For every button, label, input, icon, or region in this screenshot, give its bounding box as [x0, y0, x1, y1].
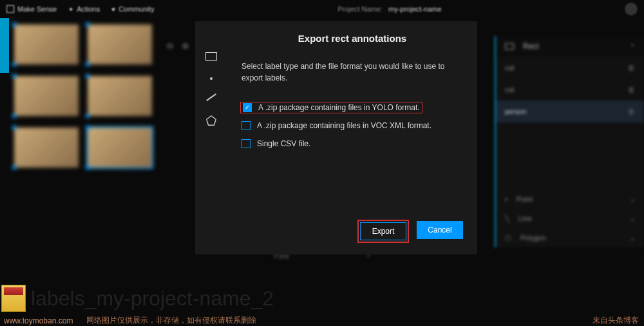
- export-button[interactable]: Export: [360, 222, 406, 240]
- checkbox-checked-icon[interactable]: [243, 103, 252, 112]
- watermark: www.toymoban.com: [4, 316, 73, 325]
- export-option-yolo[interactable]: A .zip package containing files in YOLO …: [242, 103, 421, 112]
- thumbnail[interactable]: [88, 24, 152, 64]
- watermark: 网络图片仅供展示，非存储，如有侵权请联系删除: [86, 315, 256, 326]
- modal-title: Export rect annotations: [242, 33, 463, 44]
- zoom-in-icon[interactable]: ⊕: [182, 41, 189, 51]
- polygon-icon: ⬠: [505, 234, 511, 242]
- thumbnail[interactable]: [14, 128, 79, 168]
- rect-icon: [505, 43, 514, 50]
- image-gallery: [0, 18, 161, 263]
- modal-sidebar: [195, 21, 227, 254]
- images-tab[interactable]: [0, 18, 9, 73]
- label-item-active[interactable]: person 🗑: [496, 101, 644, 122]
- downloaded-file: labels_my-project-name_2: [1, 285, 274, 312]
- thumbnail-selected[interactable]: [88, 128, 152, 168]
- chevron-up-icon: ⌃: [630, 43, 635, 50]
- checkbox-icon[interactable]: [242, 139, 251, 148]
- chevron-down-icon: ⌄: [630, 196, 635, 203]
- chevron-down-icon: ⌄: [630, 215, 635, 222]
- thumbnail[interactable]: [14, 24, 79, 64]
- line-icon: ╲: [505, 215, 509, 223]
- export-option-voc[interactable]: A .zip package containing files in VOC X…: [242, 121, 463, 130]
- svg-marker-0: [207, 115, 216, 124]
- modal-description: Select label type and the file format yo…: [242, 61, 463, 84]
- cancel-button[interactable]: Cancel: [417, 221, 463, 239]
- panel-polygon[interactable]: ⬠ Polygon ⌄: [496, 228, 644, 247]
- panel-point[interactable]: • Point ⌄: [496, 189, 644, 209]
- trash-icon[interactable]: 🗑: [628, 86, 635, 93]
- chevron-down-icon: ⌄: [630, 235, 635, 242]
- point-icon: •: [505, 195, 507, 203]
- checkbox-icon[interactable]: [242, 121, 251, 130]
- thumbnail[interactable]: [14, 76, 79, 116]
- file-name: labels_my-project-name_2: [31, 287, 274, 311]
- panel-line[interactable]: ╲ Line ⌄: [496, 209, 644, 228]
- project-name: Project Name: my-project-name: [155, 5, 625, 13]
- trash-icon[interactable]: 🗑: [628, 64, 635, 72]
- menu-community[interactable]: ♥ Community: [111, 5, 155, 13]
- thumbnail[interactable]: [88, 76, 152, 116]
- export-option-csv[interactable]: Single CSV file.: [242, 139, 463, 148]
- label-item[interactable]: cat 🗑: [496, 57, 644, 79]
- line-tool-icon[interactable]: [206, 93, 216, 101]
- labels-panel: Rect ⌃ cat 🗑 cat 🗑 person 🗑 • Point ⌄: [495, 36, 644, 247]
- panel-header-rect[interactable]: Rect ⌃: [496, 36, 644, 57]
- trash-icon[interactable]: 🗑: [628, 108, 635, 115]
- watermark: 来自头条博客: [592, 315, 639, 326]
- label-item[interactable]: cat 🗑: [496, 79, 644, 101]
- brand: Make Sense: [6, 5, 57, 13]
- zip-file-icon: [1, 285, 26, 312]
- menu-actions[interactable]: ✦ Actions: [68, 5, 100, 13]
- point-tool-icon[interactable]: [210, 77, 213, 80]
- rect-tool-icon[interactable]: [205, 52, 217, 61]
- zoom-out-icon[interactable]: ⊖: [166, 41, 174, 51]
- github-icon[interactable]: [625, 3, 638, 15]
- polygon-tool-icon[interactable]: [205, 115, 217, 126]
- export-modal: Export rect annotations Select label typ…: [195, 21, 477, 254]
